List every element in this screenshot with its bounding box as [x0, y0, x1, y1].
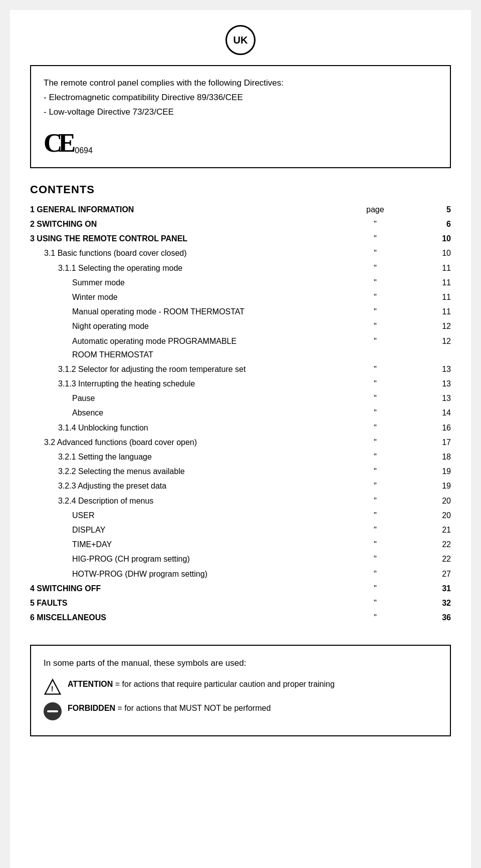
- toc-label: Manual operating mode - ROOM THERMOSTAT: [30, 304, 358, 319]
- toc-row: 3.2.3 Adjusting the preset data"19: [30, 479, 451, 493]
- toc-row: Summer mode"11: [30, 275, 451, 290]
- toc-page-number: 20: [392, 508, 451, 523]
- toc-page-number: 5: [392, 202, 451, 217]
- toc-page-number: 14: [392, 405, 451, 420]
- toc-row: HOTW-PROG (DHW program setting)"27: [30, 567, 451, 581]
- toc-page-number: 13: [392, 362, 451, 376]
- toc-label: 4 SWITCHING OFF: [30, 581, 358, 596]
- toc-row: Night operating mode"12: [30, 319, 451, 333]
- toc-page-number: 22: [392, 552, 451, 566]
- attention-label: ATTENTION: [68, 680, 113, 688]
- toc-separator: ": [358, 567, 392, 581]
- toc-separator: ": [358, 450, 392, 464]
- toc-page-number: 19: [392, 464, 451, 479]
- toc-page-number: 22: [392, 537, 451, 552]
- toc-row: 3.2.2 Selecting the menus available"19: [30, 464, 451, 479]
- toc-page-number: 36: [392, 610, 451, 625]
- attention-icon: !: [44, 678, 62, 696]
- toc-separator: ": [358, 261, 392, 275]
- toc-label: 3.1.1 Selecting the operating mode: [30, 261, 358, 275]
- toc-label: 3.2.3 Adjusting the preset data: [30, 479, 358, 493]
- toc-page-number: 21: [392, 523, 451, 537]
- toc-label: HIG-PROG (CH program setting): [30, 552, 358, 566]
- toc-label: 1 GENERAL INFORMATION: [30, 202, 358, 217]
- toc-page-number: 16: [392, 420, 451, 435]
- toc-row: 1 GENERAL INFORMATIONpage5: [30, 202, 451, 217]
- toc-row: 3.1.4 Unblocking function"16: [30, 420, 451, 435]
- uk-badge-container: UK: [30, 25, 451, 55]
- toc-row: 3 USING THE REMOTE CONTROL PANEL"10: [30, 231, 451, 246]
- svg-text:!: !: [51, 685, 54, 693]
- toc-separator: page: [358, 202, 392, 217]
- toc-row: 3.1 Basic functions (board cover closed)…: [30, 246, 451, 260]
- directive-line1: The remote control panel complies with t…: [44, 76, 437, 91]
- toc-separator: ": [358, 552, 392, 566]
- toc-row: 6 MISCELLANEOUS"36: [30, 610, 451, 625]
- toc-page-number: 32: [392, 596, 451, 610]
- toc-label: 5 FAULTS: [30, 596, 358, 610]
- toc-row: Absence"14: [30, 405, 451, 420]
- uk-badge: UK: [225, 25, 256, 55]
- directive-line2: - Electromagnetic compatibility Directiv…: [44, 91, 437, 105]
- toc-separator: ": [358, 246, 392, 260]
- toc-page-number: 27: [392, 567, 451, 581]
- toc-separator: ": [358, 334, 392, 362]
- toc-separator: ": [358, 537, 392, 552]
- toc-separator: ": [358, 319, 392, 333]
- forbidden-label: FORBIDDEN: [68, 704, 115, 712]
- contents-section: CONTENTS 1 GENERAL INFORMATIONpage52 SWI…: [30, 183, 451, 625]
- toc-row: DISPLAY"21: [30, 523, 451, 537]
- toc-table: 1 GENERAL INFORMATIONpage52 SWITCHING ON…: [30, 202, 451, 625]
- toc-label: USER: [30, 508, 358, 523]
- toc-separator: ": [358, 464, 392, 479]
- toc-separator: ": [358, 435, 392, 450]
- toc-label: 3.2.1 Setting the language: [30, 450, 358, 464]
- forbidden-text: FORBIDDEN = for actions that MUST NOT be…: [68, 701, 437, 716]
- toc-label: Pause: [30, 391, 358, 405]
- toc-label: 2 SWITCHING ON: [30, 217, 358, 231]
- toc-label: Automatic operating mode PROGRAMMABLE RO…: [30, 334, 358, 362]
- toc-row: 3.1.3 Interrupting the heating schedule"…: [30, 376, 451, 391]
- toc-separator: ": [358, 479, 392, 493]
- toc-separator: ": [358, 494, 392, 508]
- toc-row: 3.2 Advanced functions (board cover open…: [30, 435, 451, 450]
- toc-page-number: 12: [392, 334, 451, 362]
- toc-separator: ": [358, 581, 392, 596]
- toc-label: Absence: [30, 405, 358, 420]
- toc-page-number: 13: [392, 376, 451, 391]
- toc-separator: ": [358, 610, 392, 625]
- forbidden-row: FORBIDDEN = for actions that MUST NOT be…: [44, 701, 437, 720]
- toc-label: HOTW-PROG (DHW program setting): [30, 567, 358, 581]
- toc-page-number: 11: [392, 290, 451, 304]
- attention-row: ! ATTENTION = for actions that require p…: [44, 677, 437, 696]
- toc-row: Winter mode"11: [30, 290, 451, 304]
- toc-label: TIME+DAY: [30, 537, 358, 552]
- toc-label: Night operating mode: [30, 319, 358, 333]
- toc-label: 3.2 Advanced functions (board cover open…: [30, 435, 358, 450]
- toc-page-number: 18: [392, 450, 451, 464]
- toc-separator: ": [358, 362, 392, 376]
- directive-line3: - Low-voltage Directive 73/23/CEE: [44, 105, 437, 120]
- toc-label: 3.2.2 Selecting the menus available: [30, 464, 358, 479]
- toc-label: 6 MISCELLANEOUS: [30, 610, 358, 625]
- toc-row: 4 SWITCHING OFF"31: [30, 581, 451, 596]
- toc-separator: ": [358, 304, 392, 319]
- toc-label: 3.1.4 Unblocking function: [30, 420, 358, 435]
- toc-separator: ": [358, 376, 392, 391]
- toc-page-number: 11: [392, 261, 451, 275]
- toc-label: 3.1.3 Interrupting the heating schedule: [30, 376, 358, 391]
- symbols-intro: In some parts of the manual, these symbo…: [44, 656, 437, 671]
- toc-row: TIME+DAY"22: [30, 537, 451, 552]
- toc-row: HIG-PROG (CH program setting)"22: [30, 552, 451, 566]
- toc-separator: ": [358, 391, 392, 405]
- toc-separator: ": [358, 231, 392, 246]
- toc-row: Pause"13: [30, 391, 451, 405]
- toc-label: 3.2.4 Description of menus: [30, 494, 358, 508]
- toc-separator: ": [358, 405, 392, 420]
- toc-page-number: 10: [392, 246, 451, 260]
- toc-separator: ": [358, 523, 392, 537]
- forbidden-desc: = for actions that MUST NOT be performed: [118, 704, 271, 712]
- toc-row: 3.1.2 Selector for adjusting the room te…: [30, 362, 451, 376]
- toc-page-number: 12: [392, 319, 451, 333]
- attention-text: ATTENTION = for actions that require par…: [68, 677, 437, 692]
